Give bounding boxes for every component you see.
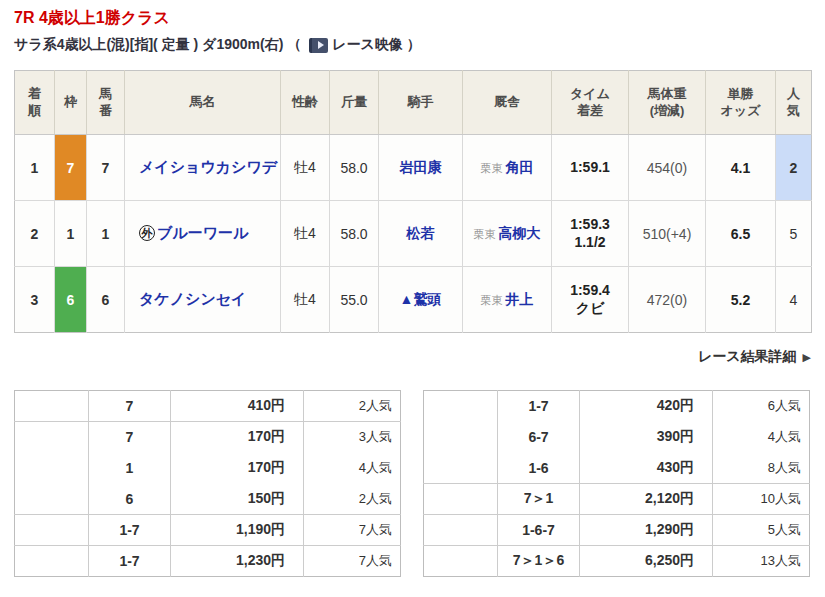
jockey-link[interactable]: 松若 [407, 225, 435, 241]
payout-popularity: 4人気 [304, 453, 401, 484]
combination: 1 [89, 453, 171, 484]
col-header-jockey: 騎手 [379, 71, 463, 135]
race-video-link[interactable]: レース映像 [332, 36, 403, 54]
payout-popularity: 2人気 [304, 484, 401, 515]
sex-age: 牡4 [281, 135, 330, 201]
bet-type-place: 複勝 [15, 422, 89, 515]
col-header-popularity: 人 気 [776, 71, 812, 135]
race-results-table: 着 順 枠 馬 番 馬名 性齢 斤量 騎手 厩舎 タイム 着差 馬体重 (増減)… [14, 70, 812, 333]
finish-time: 1:59.4 [552, 282, 628, 300]
payout-amount: 410円 [171, 391, 304, 422]
combination: 1-7 [89, 546, 171, 577]
jockey-link[interactable]: ▲鷲頭 [400, 291, 442, 307]
stable-region: 栗東 [481, 294, 503, 306]
payout-amount: 1,290円 [580, 515, 713, 546]
col-header-horse-weight: 馬体重 (増減) [629, 71, 706, 135]
combination: 7＞1＞6 [498, 546, 580, 577]
paren-open: （ [287, 36, 305, 54]
payout-popularity: 10人気 [713, 484, 810, 515]
jockey-cell: 岩田康 [379, 135, 463, 201]
jockey-link[interactable]: 岩田康 [400, 159, 442, 175]
payout-popularity: 7人気 [304, 546, 401, 577]
bet-type-exacta: 馬単 [424, 484, 498, 515]
payout-amount: 1,230円 [171, 546, 304, 577]
race-conditions-text: サラ系4歳以上(混)[指]( 定量 ) ダ1900m(右) [14, 36, 287, 54]
stable-cell: 栗東高柳大 [463, 201, 552, 267]
bet-type-trio: 3連複 [424, 515, 498, 546]
payout-amount: 1,190円 [171, 515, 304, 546]
stable-region: 栗東 [481, 162, 503, 174]
combination: 1-7 [89, 515, 171, 546]
payout-popularity: 4人気 [713, 422, 810, 453]
bet-type-bracket-quinella: 枠連 [15, 515, 89, 546]
video-play-icon[interactable] [309, 38, 328, 53]
payout-amount: 170円 [171, 422, 304, 453]
col-header-bracket: 枠 [55, 71, 87, 135]
col-header-time-margin: タイム 着差 [552, 71, 629, 135]
payout-popularity: 2人気 [304, 391, 401, 422]
finish-position: 2 [15, 201, 55, 267]
horse-weight: 454(0) [629, 135, 706, 201]
payout-popularity: 13人気 [713, 546, 810, 577]
popularity: 4 [776, 267, 812, 333]
race-result-detail-link[interactable]: レース結果詳細▶ [698, 348, 811, 364]
combination: 7 [89, 422, 171, 453]
combination: 1-7 [498, 391, 580, 422]
sex-age: 牡4 [281, 267, 330, 333]
combination: 7＞1 [498, 484, 580, 515]
race-result-page: 7R 4歳以上1勝クラス サラ系4歳以上(混)[指]( 定量 ) ダ1900m(… [0, 0, 825, 577]
payout-amount: 2,120円 [580, 484, 713, 515]
stable-region: 栗東 [474, 228, 496, 240]
jockey-cell: ▲鷲頭 [379, 267, 463, 333]
horse-name-cell: 外ブルーワール [125, 201, 281, 267]
payout-amount: 150円 [171, 484, 304, 515]
payout-row-win: 単勝 7 410円 2人気 [15, 391, 401, 422]
payout-amount: 6,250円 [580, 546, 713, 577]
results-header-row: 着 順 枠 馬 番 馬名 性齢 斤量 騎手 厩舎 タイム 着差 馬体重 (増減)… [15, 71, 812, 135]
race-title: 7R 4歳以上1勝クラス [14, 8, 811, 27]
payout-amount: 170円 [171, 453, 304, 484]
jockey-cell: 松若 [379, 201, 463, 267]
finish-position: 3 [15, 267, 55, 333]
col-header-horse-number: 馬 番 [87, 71, 125, 135]
win-odds: 4.1 [706, 135, 776, 201]
finish-time: 1:59.1 [552, 159, 628, 177]
result-row-2: 2 1 1 外ブルーワール 牡4 58.0 松若 栗東高柳大 1:59.31.1… [15, 201, 812, 267]
bet-type-quinella: 馬連 [15, 546, 89, 577]
time-margin-cell: 1:59.4クビ [552, 267, 629, 333]
horse-name-link[interactable]: ブルーワール [157, 224, 248, 241]
trainer-link[interactable]: 角田 [506, 159, 534, 175]
col-header-stable: 厩舎 [463, 71, 552, 135]
payout-popularity: 7人気 [304, 515, 401, 546]
payout-popularity: 6人気 [713, 391, 810, 422]
finish-position: 1 [15, 135, 55, 201]
col-header-sex-age: 性齢 [281, 71, 330, 135]
payout-table-right: ワイド 1-7 420円 6人気 6-7 390円 4人気 1-6 430円 8… [423, 390, 810, 577]
combination: 1-6 [498, 453, 580, 484]
horse-name-cell: メイショウカシワデ [125, 135, 281, 201]
payout-amount: 430円 [580, 453, 713, 484]
bracket-number: 7 [55, 135, 87, 201]
combination: 1-6-7 [498, 515, 580, 546]
horse-name-link[interactable]: メイショウカシワデ [139, 158, 277, 175]
payout-table-left: 単勝 7 410円 2人気 複勝 7 170円 3人気 1 170円 4人気 6… [14, 390, 401, 577]
payout-row-trifecta: 3連単 7＞1＞6 6,250円 13人気 [424, 546, 810, 577]
bet-type-wide: ワイド [424, 391, 498, 484]
combination: 7 [89, 391, 171, 422]
chevron-right-icon: ▶ [803, 351, 811, 363]
payout-row-quinella: 馬連 1-7 1,230円 7人気 [15, 546, 401, 577]
combination: 6 [89, 484, 171, 515]
trainer-link[interactable]: 高柳大 [499, 225, 541, 241]
col-header-horse-name: 馬名 [125, 71, 281, 135]
result-row-3: 3 6 6 タケノシンセイ 牡4 55.0 ▲鷲頭 栗東井上 1:59.4クビ … [15, 267, 812, 333]
combination: 6-7 [498, 422, 580, 453]
finish-time: 1:59.3 [552, 216, 628, 234]
payout-row-exacta: 馬単 7＞1 2,120円 10人気 [424, 484, 810, 515]
trainer-link[interactable]: 井上 [506, 291, 534, 307]
foreign-bred-mark: 外 [139, 225, 155, 241]
horse-name-link[interactable]: タケノシンセイ [139, 290, 246, 307]
payout-row-trio: 3連複 1-6-7 1,290円 5人気 [424, 515, 810, 546]
horse-weight: 510(+4) [629, 201, 706, 267]
payout-tables: 単勝 7 410円 2人気 複勝 7 170円 3人気 1 170円 4人気 6… [14, 390, 811, 577]
col-header-weight-carried: 斤量 [330, 71, 379, 135]
